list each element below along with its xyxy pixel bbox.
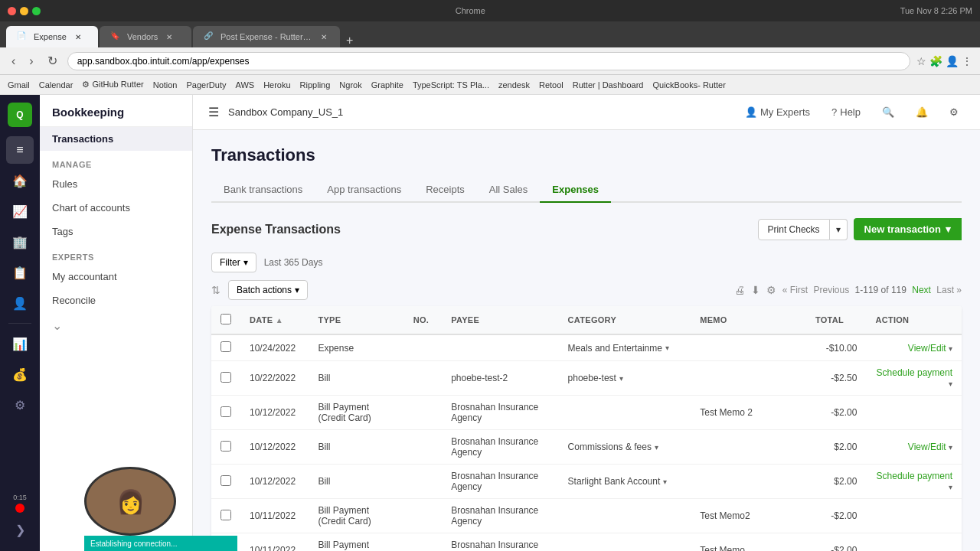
- row-checkbox-1[interactable]: [220, 372, 231, 383]
- col-header-category[interactable]: CATEGORY: [559, 306, 691, 334]
- row-checkbox-4[interactable]: [220, 475, 231, 486]
- col-header-memo[interactable]: MEMO: [691, 306, 806, 334]
- extensions-icon[interactable]: 🧩: [929, 55, 942, 67]
- address-bar[interactable]: [67, 52, 910, 70]
- sidebar-icon-settings[interactable]: ⚙: [6, 391, 34, 419]
- nav-item-reconcile[interactable]: Reconcile: [40, 289, 192, 312]
- bookmark-calendar[interactable]: Calendar: [39, 80, 74, 90]
- col-header-total[interactable]: TOTAL: [806, 306, 867, 334]
- action-link-4[interactable]: Schedule payment: [877, 471, 952, 481]
- category-dropdown-4[interactable]: ▾: [663, 478, 667, 486]
- bookmark-heroku[interactable]: Heroku: [263, 80, 290, 90]
- hamburger-icon[interactable]: ☰: [208, 105, 219, 119]
- action-dropdown-3[interactable]: ▾: [949, 443, 952, 452]
- tab-expense[interactable]: 📄 Expense ✕: [6, 26, 98, 47]
- row-category-3[interactable]: Commissions & fees ▾: [559, 430, 691, 465]
- action-link-0[interactable]: View/Edit: [908, 343, 946, 354]
- batch-actions-button[interactable]: Batch actions ▾: [228, 280, 308, 300]
- print-checks-button[interactable]: Print Checks: [758, 219, 830, 240]
- bookmark-retool[interactable]: Retool: [539, 80, 564, 90]
- col-header-payee[interactable]: PAYEE: [442, 306, 558, 334]
- nav-item-my-accountant[interactable]: My accountant: [40, 265, 192, 289]
- row-checkbox-0[interactable]: [220, 341, 231, 352]
- sidebar-icon-analytics[interactable]: 📊: [6, 330, 34, 357]
- fullscreen-button[interactable]: [32, 7, 41, 15]
- menu-icon[interactable]: ⋮: [962, 55, 972, 67]
- category-dropdown-3[interactable]: ▾: [655, 443, 658, 452]
- sidebar-icon-mileage[interactable]: 📋: [6, 259, 34, 286]
- nav-item-chart-of-accounts[interactable]: Chart of accounts: [40, 196, 192, 220]
- bookmark-gmail[interactable]: Gmail: [8, 80, 30, 90]
- tab-expenses[interactable]: Expenses: [540, 178, 611, 203]
- my-experts-button[interactable]: 👤 My Experts: [739, 103, 816, 121]
- row-checkbox-2[interactable]: [220, 406, 231, 417]
- action-dropdown-4[interactable]: ▾: [949, 483, 952, 491]
- row-checkbox-3[interactable]: [220, 441, 231, 452]
- action-link-3[interactable]: View/Edit: [908, 442, 946, 452]
- reload-button[interactable]: ↻: [44, 52, 61, 70]
- col-header-date[interactable]: DATE ▲: [240, 306, 309, 334]
- print-checks-dropdown[interactable]: ▾: [830, 219, 848, 240]
- last-page[interactable]: Last »: [936, 285, 962, 295]
- row-category-4[interactable]: Starlight Bank Account ▾: [559, 465, 691, 499]
- nav-item-transactions[interactable]: Transactions: [40, 127, 192, 151]
- action-dropdown-1[interactable]: ▾: [949, 380, 952, 388]
- action-link-1[interactable]: Schedule payment: [877, 367, 952, 378]
- tab-post-expense-close[interactable]: ✕: [318, 31, 329, 42]
- forward-button[interactable]: ›: [25, 53, 37, 70]
- sidebar-icon-reports[interactable]: 📈: [6, 197, 34, 225]
- row-category-0[interactable]: Meals and Entertainme ▾: [559, 334, 691, 361]
- tab-bank-transactions[interactable]: Bank transactions: [211, 178, 315, 203]
- tab-expense-close[interactable]: ✕: [73, 31, 83, 42]
- export-icon[interactable]: ⬇: [751, 284, 760, 296]
- category-dropdown-1[interactable]: ▾: [619, 374, 623, 383]
- bookmark-ngrok[interactable]: Ngrok: [339, 80, 361, 90]
- nav-item-rules[interactable]: Rules: [40, 172, 192, 196]
- profile-icon[interactable]: 👤: [946, 55, 959, 67]
- close-button[interactable]: [8, 7, 16, 15]
- first-page[interactable]: « First: [782, 285, 808, 295]
- tab-post-expense[interactable]: 🔗 Post Expense - Rutter Works... ✕: [193, 26, 340, 47]
- category-dropdown-0[interactable]: ▾: [665, 344, 669, 352]
- search-button[interactable]: 🔍: [876, 103, 900, 121]
- bookmark-notion[interactable]: Notion: [153, 80, 178, 90]
- bookmark-rutter-dashboard[interactable]: Rutter | Dashboard: [573, 80, 644, 90]
- col-header-type[interactable]: TYPE: [309, 306, 403, 334]
- col-header-no[interactable]: NO.: [404, 306, 442, 334]
- nav-expand-more[interactable]: ⌄: [40, 312, 192, 339]
- sidebar-icon-money[interactable]: 💰: [6, 360, 34, 388]
- help-button[interactable]: ? Help: [825, 103, 867, 121]
- filter-button[interactable]: Filter ▾: [211, 253, 256, 272]
- notifications-button[interactable]: 🔔: [910, 103, 934, 121]
- settings-button[interactable]: ⚙: [943, 103, 965, 121]
- action-dropdown-0[interactable]: ▾: [949, 344, 952, 353]
- bookmark-aws[interactable]: AWS: [235, 80, 254, 90]
- nav-item-tags[interactable]: Tags: [40, 220, 192, 243]
- row-category-1[interactable]: phoebe-test ▾: [559, 361, 691, 396]
- bookmark-pagerduty[interactable]: PagerDuty: [186, 80, 226, 90]
- bookmark-zendesk[interactable]: zendesk: [498, 80, 530, 90]
- sidebar-icon-contacts[interactable]: 👤: [6, 289, 34, 317]
- tab-all-sales[interactable]: All Sales: [477, 178, 541, 203]
- row-checkbox-5[interactable]: [220, 510, 231, 520]
- print-icon[interactable]: 🖨: [734, 284, 745, 296]
- select-all-checkbox[interactable]: [220, 314, 231, 324]
- bookmark-github-rutter[interactable]: ⚙ GitHub Rutter: [82, 80, 143, 90]
- back-button[interactable]: ‹: [8, 53, 19, 70]
- tab-receipts[interactable]: Receipts: [413, 178, 477, 203]
- minimize-button[interactable]: [20, 7, 28, 15]
- tab-vendors[interactable]: 🔖 Vendors ✕: [100, 26, 191, 47]
- app-logo[interactable]: Q: [8, 103, 32, 127]
- bookmark-qb-rutter[interactable]: QuickBooks- Rutter: [652, 80, 725, 90]
- new-transaction-button[interactable]: New transaction ▾: [854, 218, 962, 240]
- settings-table-icon[interactable]: ⚙: [766, 284, 776, 296]
- sidebar-icon-taxes[interactable]: 🏢: [6, 228, 34, 256]
- sidebar-icon-bookkeeping[interactable]: ≡: [6, 136, 34, 164]
- tab-vendors-close[interactable]: ✕: [164, 31, 175, 42]
- bookmark-rippling[interactable]: Rippling: [300, 80, 331, 90]
- bookmark-graphite[interactable]: Graphite: [371, 80, 403, 90]
- sidebar-icon-home[interactable]: 🏠: [6, 167, 34, 194]
- new-tab-button[interactable]: +: [341, 34, 358, 47]
- tab-app-transactions[interactable]: App transactions: [315, 178, 413, 203]
- sidebar-icon-expand[interactable]: ❯: [6, 516, 34, 543]
